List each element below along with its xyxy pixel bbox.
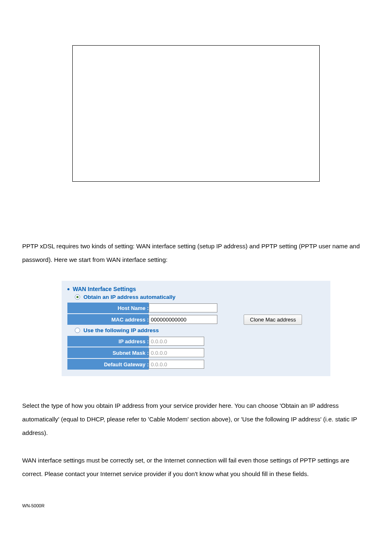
ip-address-label: IP address : bbox=[67, 336, 149, 347]
intro-paragraph: PPTP xDSL requires two kinds of setting:… bbox=[22, 239, 370, 266]
mac-address-label: MAC address : bbox=[67, 314, 149, 325]
bullet-icon bbox=[67, 288, 69, 290]
figure-placeholder bbox=[72, 45, 320, 182]
subnet-mask-input[interactable] bbox=[149, 348, 204, 357]
radio-icon bbox=[75, 328, 80, 333]
panel-title: WAN Interface Settings bbox=[73, 286, 136, 292]
radio-label-auto: Obtain an IP address automatically bbox=[83, 294, 175, 300]
clone-mac-button[interactable]: Clone Mac address bbox=[244, 314, 302, 325]
wan-settings-panel: WAN Interface Settings Obtain an IP addr… bbox=[62, 281, 330, 376]
radio-obtain-auto[interactable]: Obtain an IP address automatically bbox=[75, 294, 325, 300]
radio-label-static: Use the following IP address bbox=[83, 327, 159, 333]
paragraph-wan-warning: WAN interface settings must be correctly… bbox=[22, 453, 370, 481]
ip-address-input[interactable] bbox=[149, 337, 204, 346]
default-gateway-input[interactable] bbox=[149, 360, 204, 369]
host-name-input[interactable] bbox=[149, 303, 217, 312]
radio-icon bbox=[75, 294, 80, 300]
radio-use-following[interactable]: Use the following IP address bbox=[75, 327, 325, 333]
host-name-label: Host Name : bbox=[67, 303, 149, 313]
default-gateway-label: Default Gateway : bbox=[67, 359, 149, 370]
subnet-mask-label: Subnet Mask : bbox=[67, 347, 149, 358]
mac-address-input[interactable] bbox=[149, 315, 217, 324]
paragraph-select-type: Select the type of how you obtain IP add… bbox=[22, 399, 370, 439]
footer-model: WN-5000R bbox=[22, 503, 392, 508]
